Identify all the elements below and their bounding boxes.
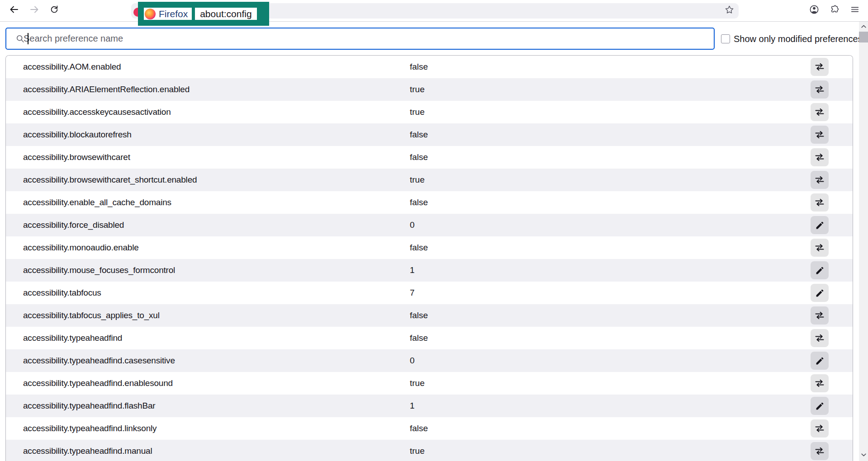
pref-name: accessibility.force_disabled: [6, 220, 124, 230]
pref-value: false: [410, 243, 428, 253]
pref-name: accessibility.typeaheadfind.enablesound: [6, 378, 173, 388]
toggle-button[interactable]: [811, 419, 829, 437]
toggle-button[interactable]: [811, 374, 829, 392]
search-input[interactable]: [5, 28, 715, 50]
toggle-button[interactable]: [811, 442, 829, 460]
pref-row: accessibility.accesskeycausesactivation …: [6, 101, 853, 123]
edit-button[interactable]: [811, 352, 829, 370]
pref-row: accessibility.typeaheadfind.casesensitiv…: [6, 349, 853, 372]
scroll-down-button[interactable]: [859, 451, 868, 460]
edit-button[interactable]: [811, 397, 829, 415]
account-icon: [809, 4, 820, 17]
pencil-icon: [815, 356, 825, 366]
browser-toolbar: [0, 0, 868, 22]
pref-value: false: [410, 310, 428, 320]
toggle-button[interactable]: [811, 239, 829, 257]
pref-value: true: [410, 175, 425, 185]
toggle-button[interactable]: [811, 171, 829, 189]
pref-value: 0: [410, 220, 415, 230]
toggle-arrows-icon: [814, 152, 825, 163]
pref-name: accessibility.blockautorefresh: [6, 130, 132, 140]
pref-row: accessibility.blockautorefresh false: [6, 123, 853, 146]
pref-name: accessibility.accesskeycausesactivation: [6, 107, 171, 117]
pref-name: accessibility.typeaheadfind.linksonly: [6, 423, 157, 433]
star-icon: [724, 5, 735, 17]
bookmark-button[interactable]: [721, 3, 737, 18]
pencil-icon: [815, 221, 825, 230]
toggle-arrows-icon: [814, 333, 825, 343]
pref-value: false: [410, 152, 428, 162]
hamburger-icon: [850, 5, 860, 16]
pref-name: accessibility.tabfocus: [6, 288, 101, 298]
toggle-arrows-icon: [814, 378, 825, 389]
url-highlight-box: Firefox about:config: [138, 2, 269, 26]
toggle-arrows-icon: [814, 197, 825, 208]
pref-row: accessibility.mouse_focuses_formcontrol …: [6, 259, 853, 282]
search-box: [5, 28, 715, 50]
pref-row: accessibility.typeaheadfind false: [6, 327, 853, 349]
pref-value: false: [410, 130, 428, 140]
pref-name: accessibility.browsewithcaret: [6, 152, 130, 162]
toggle-arrows-icon: [814, 84, 825, 95]
pref-value: true: [410, 107, 425, 117]
forward-button[interactable]: [27, 3, 42, 18]
pref-row: accessibility.typeaheadfind.enablesound …: [6, 372, 853, 395]
scrollbar-thumb[interactable]: [859, 32, 868, 42]
show-modified-label: Show only modified preferences: [734, 34, 863, 44]
toggle-button[interactable]: [811, 148, 829, 166]
pref-value: false: [410, 423, 428, 433]
back-arrow-icon: [9, 4, 19, 17]
toggle-button[interactable]: [811, 80, 829, 99]
toggle-button[interactable]: [811, 193, 829, 212]
pref-value: true: [410, 378, 425, 388]
scroll-up-button[interactable]: [859, 23, 868, 32]
toggle-button[interactable]: [811, 103, 829, 121]
show-modified-checkbox[interactable]: [721, 34, 730, 43]
preferences-table: accessibility.AOM.enabled false accessib…: [5, 55, 853, 461]
reload-icon: [49, 5, 59, 16]
puzzle-piece-icon: [830, 5, 840, 16]
pref-value: 0: [410, 356, 415, 366]
edit-button[interactable]: [811, 284, 829, 302]
pref-value: true: [410, 446, 425, 456]
edit-button[interactable]: [811, 216, 829, 234]
back-button[interactable]: [6, 3, 22, 18]
pref-value: true: [410, 85, 425, 94]
extensions-button[interactable]: [827, 3, 842, 18]
chevron-down-icon: [860, 452, 867, 460]
toggle-arrows-icon: [814, 310, 825, 321]
toggle-arrows-icon: [814, 129, 825, 140]
toggle-button[interactable]: [811, 58, 829, 76]
pref-name: accessibility.enable_all_cache_domains: [6, 198, 171, 207]
pref-name: accessibility.typeaheadfind.manual: [6, 446, 152, 456]
toggle-button[interactable]: [811, 306, 829, 325]
pref-row: accessibility.force_disabled 0: [6, 214, 853, 236]
reload-button[interactable]: [47, 3, 62, 18]
page-scrollbar[interactable]: [859, 22, 868, 461]
pref-name: accessibility.typeaheadfind.flashBar: [6, 401, 155, 411]
site-identity-chip: Firefox: [144, 8, 192, 20]
pref-name: accessibility.ARIAElementReflection.enab…: [6, 85, 190, 94]
toggle-arrows-icon: [814, 242, 825, 253]
pref-row: accessibility.typeaheadfind.flashBar 1: [6, 395, 853, 417]
url-text: about:config: [195, 8, 256, 20]
pref-value: false: [410, 62, 428, 72]
pref-row: accessibility.tabfocus 7: [6, 282, 853, 304]
edit-button[interactable]: [811, 261, 829, 279]
pref-row: accessibility.ARIAElementReflection.enab…: [6, 78, 853, 101]
pref-value: false: [410, 333, 428, 343]
firefox-logo-icon: [145, 9, 156, 19]
pref-value: 1: [410, 265, 415, 275]
menu-button[interactable]: [847, 3, 863, 18]
pref-name: accessibility.AOM.enabled: [6, 62, 121, 72]
toggle-button[interactable]: [811, 126, 829, 144]
pref-row: accessibility.typeaheadfind.manual true: [6, 440, 853, 461]
pref-row: accessibility.tabfocus_applies_to_xul fa…: [6, 304, 853, 327]
pref-value: 7: [410, 288, 415, 298]
pref-row: accessibility.monoaudio.enable false: [6, 236, 853, 259]
toggle-button[interactable]: [811, 329, 829, 347]
pref-value: 1: [410, 401, 415, 411]
account-button[interactable]: [806, 3, 822, 18]
chevron-up-icon: [860, 23, 867, 32]
pref-name: accessibility.browsewithcaret_shortcut.e…: [6, 175, 197, 185]
